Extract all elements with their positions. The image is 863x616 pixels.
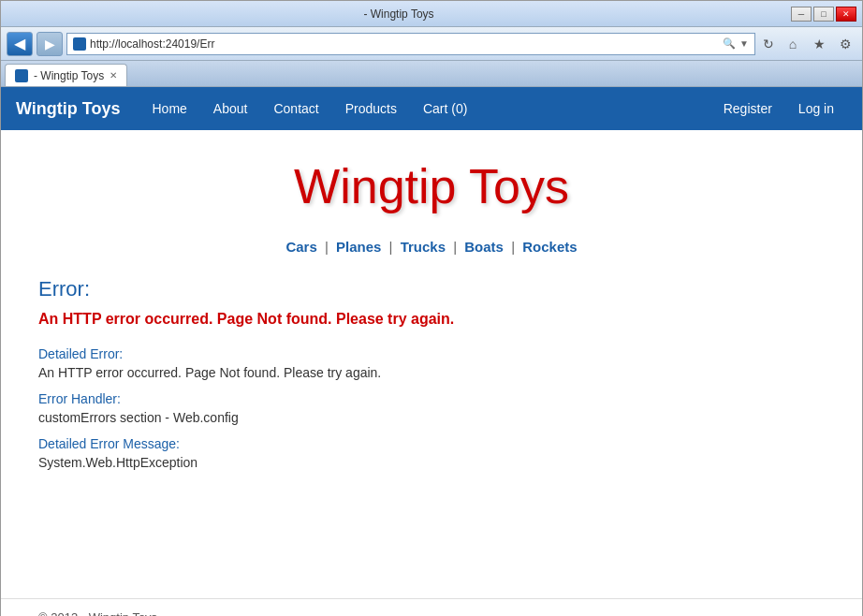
title-bar: - Wingtip Toys ─ □ ✕ xyxy=(1,1,862,27)
page-wrapper: Wingtip Toys Home About Contact Products… xyxy=(1,87,862,616)
error-handler-label: Error Handler: xyxy=(38,391,825,406)
sep-1: | xyxy=(325,239,329,255)
category-nav: Cars | Planes | Trucks | Boats | Rockets xyxy=(38,239,825,255)
forward-button[interactable]: ▶ xyxy=(37,32,63,56)
cat-planes[interactable]: Planes xyxy=(336,239,381,255)
navbar-brand[interactable]: Wingtip Toys xyxy=(16,99,121,119)
address-dropdown-icon: ▼ xyxy=(739,38,749,49)
tab-close-icon[interactable]: ✕ xyxy=(110,70,117,81)
address-text: http://localhost:24019/Err xyxy=(90,37,719,51)
favorites-button[interactable]: ★ xyxy=(808,33,830,55)
error-message: An HTTP error occurred. Page Not found. … xyxy=(38,311,825,328)
nav-right: Register Log in xyxy=(710,87,847,130)
nav-home[interactable]: Home xyxy=(139,87,200,130)
back-button[interactable]: ◀ xyxy=(7,32,33,56)
address-favicon xyxy=(73,37,86,51)
close-icon: ✕ xyxy=(842,9,850,19)
cat-rockets[interactable]: Rockets xyxy=(522,239,577,255)
forward-icon: ▶ xyxy=(45,37,55,51)
content-area: Wingtip Toys Cars | Planes | Trucks | Bo… xyxy=(1,130,862,598)
cat-cars[interactable]: Cars xyxy=(285,239,316,255)
tab-label: - Wingtip Toys xyxy=(34,69,104,82)
nav-about[interactable]: About xyxy=(200,87,261,130)
footer-copyright: © 2013 - Wingtip Toys xyxy=(38,610,157,616)
site-footer: © 2013 - Wingtip Toys xyxy=(1,598,862,616)
nav-cart[interactable]: Cart (0) xyxy=(410,87,480,130)
home-icon: ⌂ xyxy=(789,37,797,51)
cat-trucks[interactable]: Trucks xyxy=(401,239,446,255)
error-heading: Error: xyxy=(38,277,825,301)
sep-4: | xyxy=(511,239,515,255)
detailed-error-value: An HTTP error occurred. Page Not found. … xyxy=(38,365,825,380)
refresh-button[interactable]: ↻ xyxy=(759,35,778,53)
close-button[interactable]: ✕ xyxy=(836,7,856,22)
error-handler-value: customErrors section - Web.config xyxy=(38,410,825,425)
browser-toolbar: ◀ ▶ http://localhost:24019/Err 🔍 ▼ ↻ ⌂ ★… xyxy=(1,27,862,61)
nav-login[interactable]: Log in xyxy=(785,87,847,130)
nav-links: Home About Contact Products Cart (0) xyxy=(139,87,710,130)
title-bar-text: - Wingtip Toys xyxy=(7,7,791,21)
nav-contact[interactable]: Contact xyxy=(260,87,331,130)
cat-boats[interactable]: Boats xyxy=(464,239,504,255)
maximize-icon: □ xyxy=(821,9,826,19)
detailed-error-label: Detailed Error: xyxy=(38,346,825,361)
address-search-icon: 🔍 xyxy=(723,37,736,50)
minimize-button[interactable]: ─ xyxy=(791,7,812,22)
nav-products[interactable]: Products xyxy=(332,87,410,130)
site-title: Wingtip Toys xyxy=(38,149,825,224)
sep-2: | xyxy=(389,239,393,255)
maximize-button[interactable]: □ xyxy=(813,7,834,22)
favorites-icon: ★ xyxy=(813,37,826,51)
back-icon: ◀ xyxy=(14,35,25,52)
tools-button[interactable]: ⚙ xyxy=(834,33,856,55)
tab-favicon xyxy=(15,69,28,82)
window-controls: ─ □ ✕ xyxy=(791,7,856,22)
detail-message-label: Detailed Error Message: xyxy=(38,436,825,451)
browser-toolbar-right: ⌂ ★ ⚙ xyxy=(782,33,856,55)
sep-3: | xyxy=(453,239,457,255)
browser-window: - Wingtip Toys ─ □ ✕ ◀ ▶ http://localhos… xyxy=(0,0,863,616)
nav-register[interactable]: Register xyxy=(710,87,785,130)
browser-tab-active[interactable]: - Wingtip Toys ✕ xyxy=(5,64,127,86)
refresh-icon: ↻ xyxy=(763,37,774,51)
detail-message-value: System.Web.HttpException xyxy=(38,455,825,470)
error-block: Error: An HTTP error occurred. Page Not … xyxy=(38,277,825,470)
navbar: Wingtip Toys Home About Contact Products… xyxy=(1,87,862,130)
home-button[interactable]: ⌂ xyxy=(782,33,804,55)
minimize-icon: ─ xyxy=(798,9,804,19)
address-bar[interactable]: http://localhost:24019/Err 🔍 ▼ xyxy=(66,33,755,55)
tools-icon: ⚙ xyxy=(840,37,852,51)
tab-bar: - Wingtip Toys ✕ xyxy=(1,61,862,87)
